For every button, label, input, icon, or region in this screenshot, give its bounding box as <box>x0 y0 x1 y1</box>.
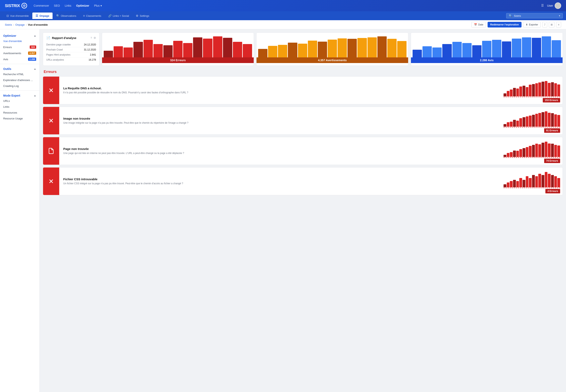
svg-point-1 <box>24 5 25 6</box>
error-chart-bars <box>504 169 560 187</box>
download-icon: ⬇ <box>526 23 528 26</box>
sidebar-optimizer-header[interactable]: Optimizer ▲ <box>0 32 39 38</box>
bar <box>387 39 396 57</box>
last-crawl-label: Dernière page crawlée <box>46 43 71 46</box>
list-view-icon: ≡ <box>558 23 559 26</box>
error-icon-box <box>43 77 59 104</box>
error-card[interactable]: La Requête DNS a échoué.Il n'a pas été p… <box>43 76 563 104</box>
tab-settings[interactable]: ⚙ Settings <box>133 13 152 19</box>
breadcrumb-bar: Sistrix › Onpage › Vue d'ensemble 📅 Date… <box>0 20 566 29</box>
error-desc: Une image intégrée sur la page n'a pas p… <box>63 121 498 125</box>
bar <box>551 113 554 127</box>
help-icon[interactable]: ? <box>91 36 92 39</box>
erreurs-chart-label: 324 Erreurs <box>102 57 254 63</box>
bar <box>529 116 532 127</box>
main-layout: Optimizer ▲ Vue d'ensemble Erreurs 324 A… <box>0 29 566 392</box>
nav-seo[interactable]: SEO <box>54 4 60 7</box>
tab-observations[interactable]: 🔍 Observations <box>53 13 80 19</box>
bar <box>442 44 452 57</box>
sidebar-item-urls[interactable]: URLs <box>0 98 39 104</box>
sidebar-mode-expert-header[interactable]: Mode Expert ▲ <box>0 92 39 98</box>
next-crawl-value: 31.12.2020 <box>84 48 96 51</box>
sidebar-item-recherche-html[interactable]: Recherche HTML <box>0 71 39 77</box>
bar <box>522 37 531 57</box>
links-social-tab-icon: 🔗 <box>108 14 112 17</box>
bar <box>532 38 541 57</box>
onpage-tab-icon: ☰ <box>36 14 38 17</box>
search-bar[interactable]: 🔍 ▾ <box>506 13 563 18</box>
restart-exploration-button[interactable]: Redémarrer l'exploration <box>488 22 522 28</box>
breadcrumb-sistrix[interactable]: Sistrix <box>5 23 12 26</box>
nav-optimizer[interactable]: Optimizer <box>76 4 89 7</box>
list-view-button[interactable]: ≡ <box>556 22 561 28</box>
bar <box>504 155 506 157</box>
sidebar-section-outils: Outils ▲ Recherche HTML Explorateur d'ad… <box>0 66 39 89</box>
bar <box>492 40 501 57</box>
sidebar-item-vue-ensemble[interactable]: Vue d'ensemble <box>0 38 39 44</box>
sidebar: Optimizer ▲ Vue d'ensemble Erreurs 324 A… <box>0 29 40 392</box>
sidebar-item-avertissements[interactable]: Avertissements 4.357 <box>0 50 39 56</box>
search-input[interactable] <box>514 14 556 17</box>
classements-tab-icon: ≡ <box>83 14 85 17</box>
ressources-label: Ressources <box>3 111 17 114</box>
bar <box>532 84 535 96</box>
grid-icon[interactable]: ⠿ <box>541 3 544 8</box>
gear-icon[interactable]: ⚙ <box>94 36 96 39</box>
sidebar-item-resource-usage[interactable]: Resource Usage <box>0 116 39 121</box>
tab-onpage[interactable]: ☰ Onpage <box>32 13 52 19</box>
report-row-last-crawl: Dernière page crawlée 24.12.2020 <box>46 42 96 47</box>
nav-links[interactable]: Links <box>65 4 71 7</box>
sidebar-item-crawling-log[interactable]: Crawling-Log <box>0 83 39 89</box>
error-card[interactable]: Page non trouvéeUne page qui est liée en… <box>43 137 563 165</box>
bar <box>504 93 506 96</box>
bar <box>554 145 557 157</box>
error-card[interactable]: Image non trouvéeUne image intégrée sur … <box>43 107 563 135</box>
recherche-html-label: Recherche HTML <box>3 73 24 76</box>
sidebar-item-ressources[interactable]: Ressources <box>0 110 39 116</box>
bar <box>535 144 538 157</box>
tab-classements[interactable]: ≡ Classements <box>80 13 104 19</box>
share-button[interactable]: ⤴ <box>542 22 547 28</box>
tab-links-social[interactable]: 🔗 Links + Social <box>105 13 132 19</box>
bar <box>554 83 557 96</box>
sidebar-item-avis[interactable]: Avis 2.288 <box>0 56 39 62</box>
bar <box>526 116 529 127</box>
bar <box>113 46 123 57</box>
user-info[interactable]: User <box>547 2 561 9</box>
bar <box>557 178 560 187</box>
bar <box>557 115 560 127</box>
nav-commencer[interactable]: Commencer <box>34 4 49 7</box>
bar <box>512 39 521 57</box>
bar <box>357 38 367 57</box>
bar <box>328 40 337 57</box>
error-title: Fichier CSS introuvable <box>63 177 498 181</box>
bar <box>462 43 472 57</box>
avertissements-badge: 4.357 <box>28 52 36 55</box>
tab-vue-ensemble[interactable]: ⊡ Vue d'ensemble <box>3 13 32 19</box>
tab-observations-label: Observations <box>61 14 76 17</box>
bar <box>482 41 491 57</box>
bar <box>268 46 277 57</box>
nav-plus[interactable]: Plus ▾ <box>94 4 102 7</box>
main-content: 📄 Rapport d'analyse ? ⚙ Dernière page cr… <box>40 29 566 392</box>
error-chart: 91 Erreurs <box>502 107 563 134</box>
error-card[interactable]: Fichier CSS introuvableUn fichier CSS in… <box>43 167 563 195</box>
bar <box>545 111 548 127</box>
sidebar-outils-header[interactable]: Outils ▲ <box>0 66 39 71</box>
logo[interactable]: SISTRIX <box>5 3 27 9</box>
grid-view-button[interactable]: ⊞ <box>549 22 554 28</box>
sidebar-item-erreurs[interactable]: Erreurs 324 <box>0 44 39 50</box>
bar <box>504 184 506 187</box>
export-button[interactable]: ⬇ Exporter <box>523 22 541 28</box>
date-button[interactable]: 📅 Date <box>471 22 486 28</box>
bar <box>288 43 297 57</box>
bar <box>510 89 513 96</box>
report-title-left: 📄 Rapport d'analyse <box>46 36 76 40</box>
sidebar-item-explorateur[interactable]: Explorateur d'adresses ... <box>0 77 39 83</box>
tabs-right: 🔍 ▾ <box>506 13 563 18</box>
breadcrumb-onpage[interactable]: Onpage <box>15 23 25 26</box>
bar <box>504 124 506 127</box>
bar <box>523 180 525 187</box>
sidebar-item-links[interactable]: Links <box>0 104 39 110</box>
breadcrumb: Sistrix › Onpage › Vue d'ensemble <box>5 23 48 26</box>
